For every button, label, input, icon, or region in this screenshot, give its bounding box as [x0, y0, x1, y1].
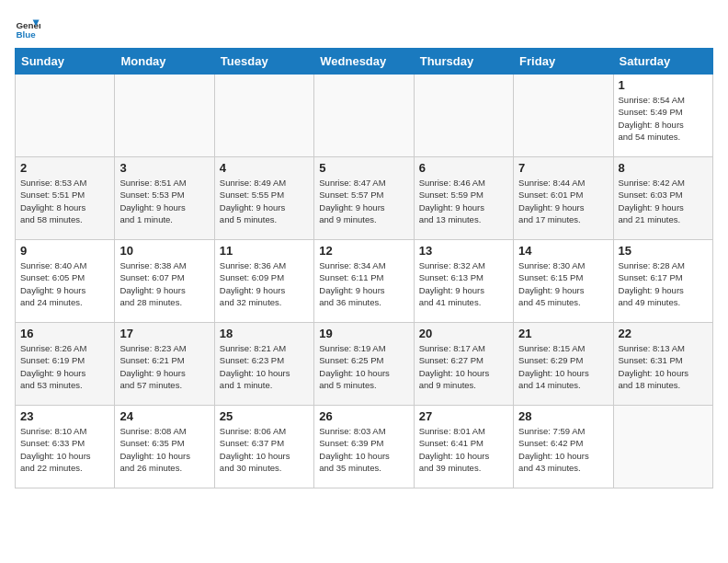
calendar-cell — [314, 75, 414, 157]
day-info: Sunrise: 8:10 AM Sunset: 6:33 PM Dayligh… — [20, 425, 109, 474]
day-info: Sunrise: 8:44 AM Sunset: 6:01 PM Dayligh… — [518, 177, 608, 225]
calendar-cell: 1Sunrise: 8:54 AM Sunset: 5:49 PM Daylig… — [613, 75, 712, 157]
day-info: Sunrise: 8:13 AM Sunset: 6:31 PM Dayligh… — [619, 342, 708, 391]
calendar-cell — [214, 75, 313, 157]
day-info: Sunrise: 8:51 AM Sunset: 5:53 PM Dayligh… — [119, 177, 209, 225]
day-info: Sunrise: 8:01 AM Sunset: 6:41 PM Dayligh… — [419, 425, 508, 474]
calendar-cell: 26Sunrise: 8:03 AM Sunset: 6:39 PM Dayli… — [314, 406, 414, 488]
day-number: 16 — [20, 327, 109, 340]
week-row-1: 1Sunrise: 8:54 AM Sunset: 5:49 PM Daylig… — [16, 75, 713, 157]
calendar-cell: 4Sunrise: 8:49 AM Sunset: 5:55 PM Daylig… — [214, 157, 313, 240]
header-row: SundayMondayTuesdayWednesdayThursdayFrid… — [16, 49, 713, 75]
day-number: 3 — [119, 161, 209, 175]
calendar-cell: 21Sunrise: 8:15 AM Sunset: 6:29 PM Dayli… — [514, 323, 613, 406]
day-info: Sunrise: 8:46 AM Sunset: 5:59 PM Dayligh… — [419, 177, 508, 225]
day-info: Sunrise: 7:59 AM Sunset: 6:42 PM Dayligh… — [518, 425, 608, 474]
day-number: 25 — [220, 409, 309, 423]
day-number: 9 — [20, 244, 109, 258]
day-number: 8 — [619, 161, 708, 175]
day-info: Sunrise: 8:53 AM Sunset: 5:51 PM Dayligh… — [20, 177, 109, 225]
day-info: Sunrise: 8:08 AM Sunset: 6:35 PM Dayligh… — [119, 425, 209, 474]
calendar-cell: 14Sunrise: 8:30 AM Sunset: 6:15 PM Dayli… — [514, 240, 613, 323]
col-header-tuesday: Tuesday — [214, 49, 313, 75]
logo-icon: General Blue — [15, 15, 40, 40]
calendar-cell: 6Sunrise: 8:46 AM Sunset: 5:59 PM Daylig… — [414, 157, 513, 240]
day-number: 5 — [319, 161, 408, 175]
day-info: Sunrise: 8:42 AM Sunset: 6:03 PM Dayligh… — [619, 177, 708, 225]
calendar-cell: 25Sunrise: 8:06 AM Sunset: 6:37 PM Dayli… — [214, 406, 313, 488]
day-info: Sunrise: 8:34 AM Sunset: 6:11 PM Dayligh… — [319, 259, 408, 308]
day-info: Sunrise: 8:03 AM Sunset: 6:39 PM Dayligh… — [319, 425, 408, 474]
calendar-cell: 27Sunrise: 8:01 AM Sunset: 6:41 PM Dayli… — [414, 406, 513, 488]
day-number: 18 — [220, 327, 309, 340]
calendar-cell — [514, 75, 613, 157]
col-header-monday: Monday — [115, 49, 214, 75]
page-header: General Blue — [15, 15, 713, 40]
calendar-cell: 10Sunrise: 8:38 AM Sunset: 6:07 PM Dayli… — [115, 240, 214, 323]
day-number: 7 — [518, 161, 608, 175]
day-info: Sunrise: 8:23 AM Sunset: 6:21 PM Dayligh… — [119, 342, 209, 391]
day-number: 10 — [119, 244, 209, 258]
day-number: 24 — [119, 409, 209, 423]
week-row-4: 16Sunrise: 8:26 AM Sunset: 6:19 PM Dayli… — [16, 323, 713, 406]
week-row-3: 9Sunrise: 8:40 AM Sunset: 6:05 PM Daylig… — [16, 240, 713, 323]
col-header-thursday: Thursday — [414, 49, 513, 75]
day-info: Sunrise: 8:36 AM Sunset: 6:09 PM Dayligh… — [220, 259, 309, 308]
calendar-cell: 28Sunrise: 7:59 AM Sunset: 6:42 PM Dayli… — [514, 406, 613, 488]
day-number: 12 — [319, 244, 408, 258]
calendar-cell: 19Sunrise: 8:19 AM Sunset: 6:25 PM Dayli… — [314, 323, 414, 406]
calendar-cell: 13Sunrise: 8:32 AM Sunset: 6:13 PM Dayli… — [414, 240, 513, 323]
calendar-cell: 15Sunrise: 8:28 AM Sunset: 6:17 PM Dayli… — [613, 240, 712, 323]
day-number: 14 — [518, 244, 608, 258]
calendar-cell: 11Sunrise: 8:36 AM Sunset: 6:09 PM Dayli… — [214, 240, 313, 323]
logo: General Blue — [15, 15, 44, 40]
day-info: Sunrise: 8:32 AM Sunset: 6:13 PM Dayligh… — [419, 259, 508, 308]
day-info: Sunrise: 8:38 AM Sunset: 6:07 PM Dayligh… — [119, 259, 209, 308]
day-number: 15 — [619, 244, 708, 258]
day-number: 27 — [419, 409, 508, 423]
calendar-cell: 3Sunrise: 8:51 AM Sunset: 5:53 PM Daylig… — [115, 157, 214, 240]
day-number: 11 — [220, 244, 309, 258]
calendar-table: SundayMondayTuesdayWednesdayThursdayFrid… — [15, 48, 713, 488]
col-header-wednesday: Wednesday — [314, 49, 414, 75]
calendar-cell — [414, 75, 513, 157]
calendar-cell: 8Sunrise: 8:42 AM Sunset: 6:03 PM Daylig… — [613, 157, 712, 240]
calendar-cell: 22Sunrise: 8:13 AM Sunset: 6:31 PM Dayli… — [613, 323, 712, 406]
col-header-saturday: Saturday — [613, 49, 712, 75]
day-number: 26 — [319, 409, 408, 423]
day-info: Sunrise: 8:17 AM Sunset: 6:27 PM Dayligh… — [419, 342, 508, 391]
calendar-cell — [16, 75, 115, 157]
calendar-cell: 2Sunrise: 8:53 AM Sunset: 5:51 PM Daylig… — [16, 157, 115, 240]
day-info: Sunrise: 8:49 AM Sunset: 5:55 PM Dayligh… — [220, 177, 309, 225]
day-number: 6 — [419, 161, 508, 175]
day-number: 20 — [419, 327, 508, 340]
day-info: Sunrise: 8:54 AM Sunset: 5:49 PM Dayligh… — [619, 94, 708, 143]
day-number: 4 — [220, 161, 309, 175]
day-info: Sunrise: 8:30 AM Sunset: 6:15 PM Dayligh… — [518, 259, 608, 308]
calendar-cell: 20Sunrise: 8:17 AM Sunset: 6:27 PM Dayli… — [414, 323, 513, 406]
day-info: Sunrise: 8:26 AM Sunset: 6:19 PM Dayligh… — [20, 342, 109, 391]
calendar-cell: 23Sunrise: 8:10 AM Sunset: 6:33 PM Dayli… — [16, 406, 115, 488]
day-number: 17 — [119, 327, 209, 340]
calendar-cell: 17Sunrise: 8:23 AM Sunset: 6:21 PM Dayli… — [115, 323, 214, 406]
calendar-cell: 24Sunrise: 8:08 AM Sunset: 6:35 PM Dayli… — [115, 406, 214, 488]
day-info: Sunrise: 8:06 AM Sunset: 6:37 PM Dayligh… — [220, 425, 309, 474]
day-number: 28 — [518, 409, 608, 423]
calendar-cell: 9Sunrise: 8:40 AM Sunset: 6:05 PM Daylig… — [16, 240, 115, 323]
day-number: 1 — [619, 78, 708, 92]
calendar-cell: 5Sunrise: 8:47 AM Sunset: 5:57 PM Daylig… — [314, 157, 414, 240]
calendar-cell: 7Sunrise: 8:44 AM Sunset: 6:01 PM Daylig… — [514, 157, 613, 240]
col-header-sunday: Sunday — [16, 49, 115, 75]
day-number: 13 — [419, 244, 508, 258]
day-info: Sunrise: 8:40 AM Sunset: 6:05 PM Dayligh… — [20, 259, 109, 308]
day-number: 23 — [20, 409, 109, 423]
svg-text:Blue: Blue — [16, 29, 36, 40]
col-header-friday: Friday — [514, 49, 613, 75]
week-row-5: 23Sunrise: 8:10 AM Sunset: 6:33 PM Dayli… — [16, 406, 713, 488]
day-number: 2 — [20, 161, 109, 175]
calendar-cell: 16Sunrise: 8:26 AM Sunset: 6:19 PM Dayli… — [16, 323, 115, 406]
day-number: 22 — [619, 327, 708, 340]
calendar-cell: 12Sunrise: 8:34 AM Sunset: 6:11 PM Dayli… — [314, 240, 414, 323]
day-info: Sunrise: 8:15 AM Sunset: 6:29 PM Dayligh… — [518, 342, 608, 391]
day-info: Sunrise: 8:28 AM Sunset: 6:17 PM Dayligh… — [619, 259, 708, 308]
